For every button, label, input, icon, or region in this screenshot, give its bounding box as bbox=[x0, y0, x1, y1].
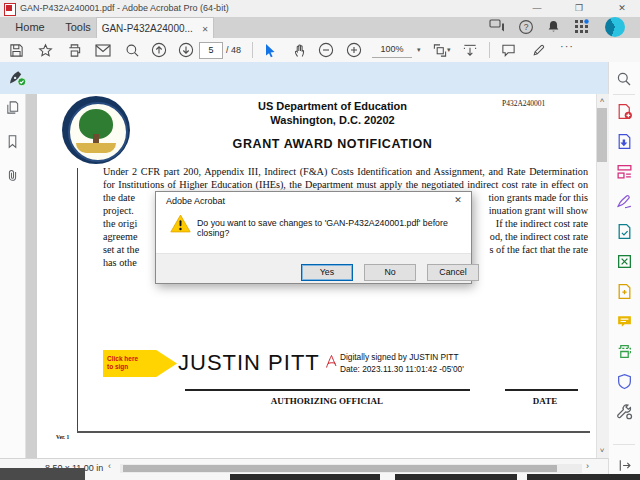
export-pdf-icon[interactable] bbox=[615, 132, 633, 150]
warning-icon bbox=[170, 214, 191, 233]
comment-icon[interactable] bbox=[498, 41, 518, 59]
authorizing-official-label: AUTHORIZING OFFICIAL bbox=[227, 396, 427, 406]
tab-close-icon[interactable]: ✕ bbox=[202, 25, 209, 34]
hand-tool-icon[interactable] bbox=[290, 41, 310, 59]
fit-width-icon[interactable] bbox=[460, 41, 480, 59]
attachments-paperclip-icon[interactable] bbox=[5, 168, 20, 183]
collapse-rail-icon[interactable] bbox=[615, 456, 633, 474]
body-line: for Institutions of Higher Education (IH… bbox=[103, 179, 588, 190]
search-icon[interactable] bbox=[122, 41, 142, 59]
window-title: GAN-P432A240001.pdf - Adobe Acrobat Pro … bbox=[20, 3, 229, 13]
body-line-fragment: tion grants made for this bbox=[488, 192, 588, 203]
scroll-left-icon[interactable]: ‹ bbox=[108, 461, 111, 471]
tab-home[interactable]: Home bbox=[8, 17, 52, 38]
acrobat-file-icon bbox=[4, 3, 16, 16]
create-pdf-icon[interactable] bbox=[615, 102, 633, 120]
horizontal-scroll-thumb[interactable] bbox=[123, 465, 557, 472]
protect-icon[interactable] bbox=[615, 372, 633, 390]
body-line-fragment: has othe bbox=[103, 257, 137, 268]
star-favorites-icon[interactable] bbox=[35, 41, 55, 59]
signature-status-bar: Signed and all signatures are valid. Sig… bbox=[0, 62, 608, 94]
doc-ref-number: P432A240001 bbox=[502, 99, 545, 108]
form-bottom-border bbox=[77, 431, 590, 433]
version-label: Ver. 1 bbox=[56, 434, 69, 440]
body-line-fragment: project. bbox=[103, 205, 134, 216]
highlight-pen-icon[interactable] bbox=[528, 41, 548, 59]
digital-signature-line2: Date: 2023.11.30 11:01:42 -05'00' bbox=[340, 364, 464, 374]
search-tool-icon[interactable] bbox=[615, 70, 633, 88]
acrobat-window: GAN-P432A240001.pdf - Adobe Acrobat Pro … bbox=[0, 0, 640, 480]
save-icon[interactable] bbox=[6, 41, 26, 59]
print-icon[interactable] bbox=[64, 41, 84, 59]
body-line-fragment: s of the fact that the rate bbox=[490, 244, 588, 255]
zoom-dropdown-caret-icon[interactable]: ▾ bbox=[417, 46, 421, 54]
scroll-right-icon[interactable]: › bbox=[586, 461, 589, 471]
feedback-icon[interactable] bbox=[489, 19, 513, 37]
background-window-edge bbox=[527, 474, 640, 480]
background-window-edge bbox=[230, 474, 380, 480]
close-button[interactable]: ✕ bbox=[607, 0, 637, 17]
scroll-down-icon[interactable]: ˅ bbox=[596, 446, 608, 455]
request-signatures-icon[interactable] bbox=[615, 222, 633, 240]
click-to-sign-line2: to sign bbox=[107, 363, 177, 371]
tab-tools[interactable]: Tools bbox=[56, 17, 100, 38]
doc-header-line2: Washington, D.C. 20202 bbox=[77, 114, 588, 126]
yes-button[interactable]: Yes bbox=[301, 264, 353, 281]
click-to-sign-tag[interactable]: Click here to sign bbox=[103, 350, 177, 377]
page-total-label: / 48 bbox=[226, 45, 241, 55]
save-changes-dialog: Adobe Acrobat ✕ Do you want to save chan… bbox=[155, 191, 472, 284]
background-window-edge bbox=[0, 468, 85, 480]
close-icon: ✕ bbox=[618, 3, 626, 13]
user-avatar[interactable] bbox=[605, 17, 625, 37]
cancel-button[interactable]: Cancel bbox=[427, 264, 479, 281]
vertical-scroll-thumb[interactable] bbox=[597, 108, 607, 162]
date-line bbox=[505, 389, 578, 391]
bookmarks-icon[interactable] bbox=[5, 134, 20, 149]
help-icon[interactable]: ? bbox=[518, 19, 542, 37]
acrobat-signature-logo-icon bbox=[325, 353, 337, 369]
title-bar: GAN-P432A240001.pdf - Adobe Acrobat Pro … bbox=[0, 0, 640, 18]
page-number-input[interactable]: 5 bbox=[199, 42, 223, 59]
previous-page-icon[interactable] bbox=[149, 41, 169, 59]
no-button[interactable]: No bbox=[364, 264, 416, 281]
body-line-fragment: inuation grant will show bbox=[489, 205, 588, 216]
zoom-out-icon[interactable] bbox=[316, 41, 336, 59]
edit-pdf-icon[interactable] bbox=[615, 282, 633, 300]
body-line-fragment: od, the indirect cost rate bbox=[490, 231, 588, 242]
body-line: Under 2 CFR part 200, Appendix III, Indi… bbox=[103, 166, 588, 177]
zoom-level-input[interactable]: 100% bbox=[372, 42, 412, 58]
more-tools-icon[interactable] bbox=[615, 402, 633, 420]
body-line-fragment: the date bbox=[103, 192, 135, 203]
body-line-fragment: agreeme bbox=[103, 231, 138, 242]
more-tools-ellipsis-icon[interactable]: ··· bbox=[560, 40, 574, 52]
svg-text:?: ? bbox=[524, 22, 529, 32]
next-page-icon[interactable] bbox=[176, 41, 196, 59]
date-label: DATE bbox=[525, 396, 565, 406]
dialog-message: Do you want to save changes to 'GAN-P432… bbox=[197, 218, 465, 238]
tab-document[interactable]: GAN-P432A24000... ✕ bbox=[96, 17, 214, 39]
notifications-bell-icon[interactable] bbox=[546, 19, 570, 37]
page-thumbnails-icon[interactable] bbox=[5, 100, 20, 115]
scroll-up-icon[interactable]: ˄ bbox=[596, 96, 608, 105]
minimize-button[interactable]: — bbox=[522, 0, 552, 17]
click-to-sign-line1: Click here bbox=[107, 355, 177, 363]
digital-signature-line1: Digitally signed by JUSTIN PITT bbox=[340, 352, 459, 362]
signature-line bbox=[185, 389, 470, 391]
doc-title: GRANT AWARD NOTIFICATION bbox=[77, 137, 588, 151]
zoom-in-icon[interactable] bbox=[344, 41, 364, 59]
dialog-title: Adobe Acrobat bbox=[166, 196, 225, 206]
print-production-icon[interactable] bbox=[615, 342, 633, 360]
fill-and-sign-icon[interactable] bbox=[615, 192, 633, 210]
email-icon[interactable] bbox=[93, 41, 113, 59]
dialog-close-icon[interactable]: ✕ bbox=[451, 195, 465, 207]
tab-document-label: GAN-P432A24000... bbox=[102, 23, 193, 34]
apps-grid-icon[interactable] bbox=[574, 19, 598, 37]
comment-tool-icon[interactable] bbox=[615, 312, 633, 330]
body-line-fragment: set at the bbox=[103, 244, 139, 255]
scan-and-ocr-icon[interactable] bbox=[615, 252, 633, 270]
signature-valid-icon bbox=[8, 69, 27, 87]
organize-pages-icon[interactable] bbox=[615, 162, 633, 180]
page-fit-caret-icon[interactable]: ▾ bbox=[447, 46, 451, 54]
select-tool-icon[interactable] bbox=[260, 41, 280, 59]
restore-button[interactable]: ❐ bbox=[564, 0, 594, 17]
